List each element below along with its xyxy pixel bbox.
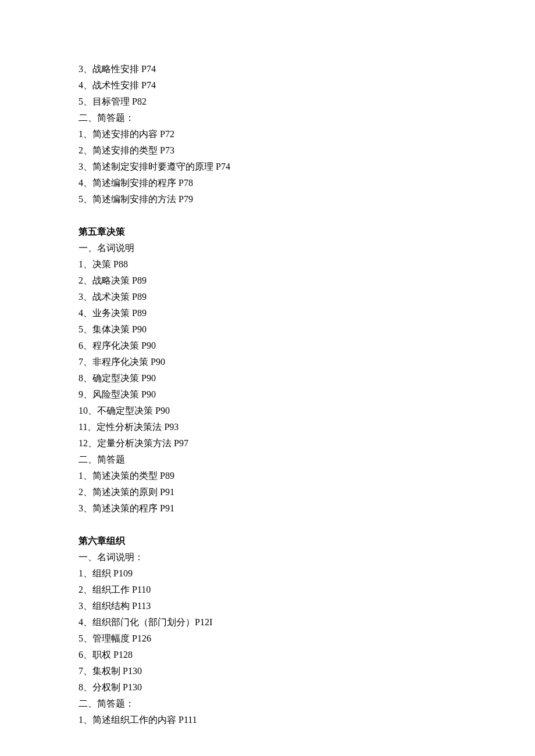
list-item: 3、战略性安排 P74 [79, 61, 456, 77]
list-item: 12、定量分析决策方法 P97 [79, 435, 456, 452]
list-item: 6、程序化决策 P90 [79, 338, 456, 354]
list-item: 7、非程序化决策 P90 [79, 354, 456, 370]
list-item: 7、集权制 P130 [79, 663, 456, 679]
list-item: 1、简述组织工作的内容 P111 [79, 712, 456, 728]
blank-line [79, 207, 456, 224]
list-item: 3、简述制定安排时要遵守的原理 P74 [79, 159, 456, 175]
list-item: 2、简述安排的类型 P73 [79, 142, 456, 159]
section-label: 二、简答题 [79, 452, 456, 468]
list-item: 5、简述编制安排的方法 P79 [79, 191, 456, 207]
list-item: 5、目标管理 P82 [79, 94, 456, 110]
list-item: 1、决策 P88 [79, 256, 456, 273]
chapter-heading: 第六章组织 [79, 533, 456, 549]
list-item: 5、管理幅度 P126 [79, 630, 456, 647]
list-item: 3、战术决策 P89 [79, 289, 456, 305]
document-page: 3、战略性安排 P74 4、战术性安排 P74 5、目标管理 P82 二、简答题… [0, 0, 535, 756]
list-item: 11、定性分析决策法 P93 [79, 419, 456, 435]
section-label: 二、简答题： [79, 110, 456, 126]
list-item: 1、简述安排的内容 P72 [79, 126, 456, 142]
blank-line [79, 517, 456, 533]
list-item: 3、简述决策的程序 P91 [79, 500, 456, 517]
list-item: 8、确定型决策 P90 [79, 370, 456, 386]
list-item: 9、风险型决策 P90 [79, 386, 456, 403]
list-item: 5、集体决策 P90 [79, 321, 456, 338]
list-item: 8、分权制 P130 [79, 679, 456, 696]
section-label: 一、名词说明 [79, 240, 456, 256]
section-label: 二、简答题： [79, 696, 456, 712]
list-item: 4、组织部门化（部门划分）P12I [79, 614, 456, 630]
list-item: 4、简述编制安排的程序 P78 [79, 175, 456, 191]
list-item: 4、业务决策 P89 [79, 305, 456, 321]
list-item: 4、战术性安排 P74 [79, 77, 456, 94]
list-item: 1、组织 P109 [79, 565, 456, 582]
list-item: 2、战略决策 P89 [79, 273, 456, 289]
chapter-heading: 第五章决策 [79, 224, 456, 240]
list-item: 3、组织结构 P113 [79, 598, 456, 614]
list-item: 1、简述决策的类型 P89 [79, 468, 456, 484]
section-label: 一、名词说明： [79, 549, 456, 565]
list-item: 2、简述决策的原则 P91 [79, 484, 456, 500]
list-item: 6、职权 P128 [79, 647, 456, 663]
list-item: 2、组织工作 P110 [79, 582, 456, 598]
list-item: 10、不确定型决策 P90 [79, 403, 456, 419]
